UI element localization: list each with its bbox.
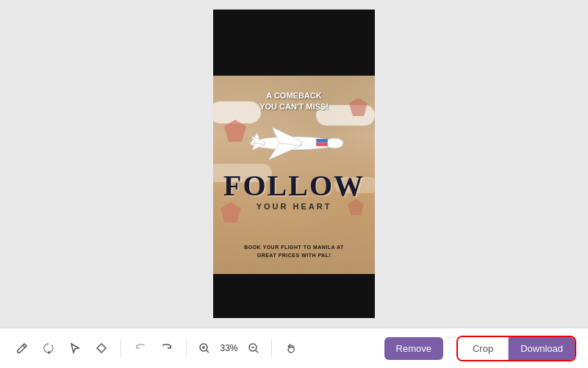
separator-3 (271, 339, 272, 357)
svg-marker-9 (71, 344, 79, 353)
download-button[interactable]: Download (509, 337, 575, 360)
separator-1 (121, 339, 121, 357)
black-bar-top (213, 10, 375, 76)
zoom-controls: 33% (196, 339, 262, 357)
svg-marker-10 (97, 344, 106, 353)
svg-point-1 (326, 138, 343, 148)
toolbar: 33% Remove ⋯ Crop Download (0, 328, 588, 368)
svg-line-14 (207, 350, 209, 353)
image-container: A COMEBACK YOU CAN'T MISS! (213, 10, 375, 318)
svg-rect-8 (316, 142, 328, 146)
lasso-tool[interactable] (38, 338, 59, 358)
shape-tool[interactable] (91, 338, 112, 358)
undo-button[interactable] (130, 338, 151, 358)
black-bar-bottom (213, 274, 375, 318)
remove-button[interactable]: Remove (384, 337, 443, 360)
zoom-out-button[interactable] (245, 339, 262, 357)
crop-button[interactable]: Crop (458, 337, 509, 360)
tool-icons-group: 33% (12, 338, 376, 358)
crop-download-group: Crop Download (456, 336, 576, 361)
redo-button[interactable] (157, 338, 177, 358)
selection-tool[interactable] (65, 338, 85, 358)
follow-text: FOLLOW YOUR HEART (213, 171, 375, 211)
canvas-area: A COMEBACK YOU CAN'T MISS! (0, 0, 588, 328)
poster-content: A COMEBACK YOU CAN'T MISS! (213, 76, 375, 274)
svg-rect-7 (316, 139, 328, 142)
separator-2 (186, 339, 187, 357)
poster-top-text: A COMEBACK YOU CAN'T MISS! (259, 90, 329, 113)
zoom-in-button[interactable] (196, 339, 213, 357)
zoom-level: 33% (216, 343, 242, 353)
crop-corner-icon: ⋯ (447, 333, 454, 342)
hand-tool[interactable] (281, 338, 301, 358)
pencil-tool[interactable] (12, 338, 32, 358)
book-text: BOOK YOUR FLIGHT TO MANILA AT GREAT PRIC… (244, 244, 344, 259)
svg-line-17 (256, 350, 258, 353)
airplane (235, 120, 353, 170)
